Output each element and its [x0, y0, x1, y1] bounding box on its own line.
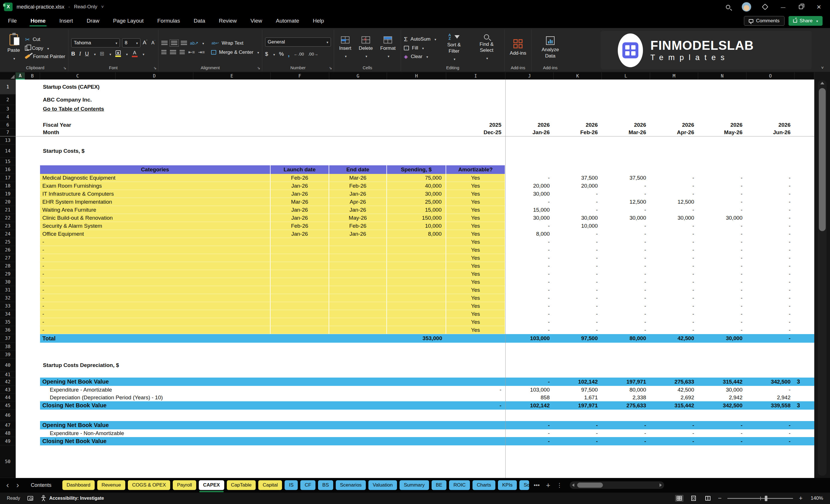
- comma-button[interactable]: ,: [288, 50, 290, 58]
- end-date-cell[interactable]: [329, 286, 387, 294]
- row-header-43[interactable]: 43: [0, 386, 16, 393]
- monthly-value-cell[interactable]: -: [698, 182, 746, 190]
- menu-tab-page-layout[interactable]: Page Layout: [113, 15, 144, 27]
- spending-cell[interactable]: [387, 270, 446, 278]
- zoom-in-button[interactable]: +: [799, 495, 802, 502]
- cell[interactable]: [16, 222, 40, 230]
- monthly-value-cell[interactable]: -: [650, 278, 698, 286]
- depreciation-monthly-cell[interactable]: 102,142: [505, 401, 554, 410]
- spending-cell[interactable]: [387, 318, 446, 326]
- cell[interactable]: [16, 105, 40, 113]
- monthly-value-cell[interactable]: -: [650, 246, 698, 254]
- monthly-value-cell[interactable]: -: [698, 318, 746, 326]
- category-cell[interactable]: -: [40, 326, 270, 334]
- end-date-cell[interactable]: [329, 246, 387, 254]
- launch-date-cell[interactable]: [270, 278, 329, 286]
- amortizable-cell[interactable]: Yes: [446, 294, 505, 302]
- column-header-J[interactable]: J: [505, 72, 554, 80]
- cell[interactable]: [16, 421, 40, 429]
- number-format-select[interactable]: General: [265, 37, 331, 46]
- new-sheet-button[interactable]: +: [544, 481, 552, 490]
- monthly-value-cell[interactable]: -: [650, 302, 698, 310]
- monthly-value-cell[interactable]: 15,000: [505, 206, 554, 214]
- monthly-value-cell[interactable]: -: [554, 310, 602, 318]
- zoom-out-button[interactable]: −: [718, 495, 722, 502]
- total-monthly-value[interactable]: 42,500: [650, 334, 698, 343]
- cell[interactable]: [16, 302, 40, 310]
- monthly-value-cell[interactable]: -: [698, 326, 746, 334]
- launch-date-cell[interactable]: Feb-26: [270, 174, 329, 182]
- launch-date-cell[interactable]: [270, 294, 329, 302]
- sheet-tab-dashboard[interactable]: Dashboard: [62, 480, 95, 490]
- cell[interactable]: [16, 198, 40, 206]
- dec-value-cell[interactable]: -: [446, 401, 505, 410]
- currency-button[interactable]: $: [265, 51, 268, 57]
- launch-date-cell[interactable]: [270, 246, 329, 254]
- zoom-slider-thumb[interactable]: [765, 496, 767, 501]
- total-monthly-value[interactable]: 97,500: [554, 334, 602, 343]
- row-header-4[interactable]: 4: [0, 113, 16, 121]
- end-date-cell[interactable]: [329, 310, 387, 318]
- monthly-value-cell[interactable]: -: [505, 270, 554, 278]
- monthly-value-cell[interactable]: -: [554, 206, 602, 214]
- monthly-value-cell[interactable]: -: [746, 286, 795, 294]
- depreciation-monthly-cell[interactable]: -: [650, 437, 698, 445]
- end-date-cell[interactable]: [329, 294, 387, 302]
- depreciation-monthly-cell[interactable]: -: [505, 437, 554, 445]
- align-bottom-button[interactable]: [181, 41, 187, 45]
- monthly-value-cell[interactable]: -: [746, 262, 795, 270]
- menu-tab-review[interactable]: Review: [218, 15, 237, 27]
- table-header-cell[interactable]: End date: [329, 165, 387, 174]
- launch-date-cell[interactable]: [270, 270, 329, 278]
- row-header-22[interactable]: 22: [0, 214, 16, 222]
- cell[interactable]: [795, 326, 814, 334]
- launch-date-cell[interactable]: [270, 286, 329, 294]
- spending-cell[interactable]: 10,000: [387, 222, 446, 230]
- collapse-ribbon-icon[interactable]: [821, 65, 824, 70]
- spending-cell[interactable]: [387, 254, 446, 262]
- cell[interactable]: [16, 372, 814, 378]
- end-date-cell[interactable]: Jan-26: [329, 230, 387, 238]
- cell[interactable]: [795, 206, 814, 214]
- month-value[interactable]: Jun-26: [746, 129, 795, 136]
- monthly-value-cell[interactable]: -: [650, 270, 698, 278]
- row-header-32[interactable]: 32: [0, 294, 16, 302]
- end-date-cell[interactable]: Jan-26: [329, 206, 387, 214]
- monthly-value-cell[interactable]: -: [650, 310, 698, 318]
- overflow-cell[interactable]: [795, 393, 814, 401]
- row-header-13[interactable]: 13: [0, 136, 16, 145]
- monthly-value-cell[interactable]: -: [602, 190, 650, 198]
- monthly-value-cell[interactable]: -: [698, 270, 746, 278]
- scroll-right-arrow-icon[interactable]: [660, 483, 662, 487]
- column-header-H[interactable]: H: [387, 72, 446, 80]
- row-header-2[interactable]: 2: [0, 94, 16, 105]
- row-header-7[interactable]: 7: [0, 129, 16, 136]
- fiscal-year-value[interactable]: 2026: [698, 121, 746, 129]
- depreciation-monthly-cell[interactable]: 315,442: [650, 401, 698, 410]
- fill-color-button[interactable]: ◆: [115, 50, 121, 57]
- category-cell[interactable]: -: [40, 270, 270, 278]
- cell[interactable]: [16, 174, 40, 182]
- premium-diamond-icon[interactable]: [762, 4, 768, 10]
- monthly-value-cell[interactable]: -: [650, 174, 698, 182]
- monthly-value-cell[interactable]: -: [698, 198, 746, 206]
- monthly-value-cell[interactable]: -: [650, 294, 698, 302]
- depreciation-monthly-cell[interactable]: -: [505, 421, 554, 429]
- decrease-indent-button[interactable]: ⇤≡: [188, 50, 195, 55]
- sheet-tab-so[interactable]: So: [519, 480, 529, 490]
- cell[interactable]: [16, 214, 40, 222]
- amortizable-cell[interactable]: Yes: [446, 270, 505, 278]
- end-date-cell[interactable]: Feb-26: [329, 182, 387, 190]
- row-header-38[interactable]: 38: [0, 343, 16, 351]
- cell[interactable]: [16, 326, 40, 334]
- launch-date-cell[interactable]: [270, 310, 329, 318]
- row-header-16[interactable]: 16: [0, 165, 16, 174]
- cell[interactable]: [16, 129, 40, 136]
- menu-tab-home[interactable]: Home: [30, 15, 46, 27]
- overflow-cell[interactable]: [795, 437, 814, 445]
- monthly-value-cell[interactable]: -: [698, 262, 746, 270]
- monthly-value-cell[interactable]: 8,000: [505, 230, 554, 238]
- spending-cell[interactable]: 30,000: [387, 190, 446, 198]
- category-cell[interactable]: -: [40, 246, 270, 254]
- align-center-button[interactable]: [170, 50, 176, 54]
